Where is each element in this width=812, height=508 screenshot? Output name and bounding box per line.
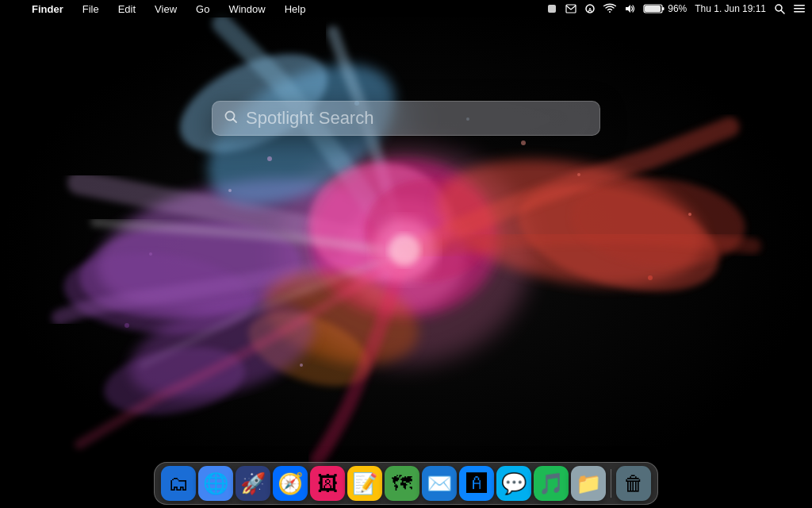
dock-separator	[611, 469, 611, 498]
svg-rect-43	[794, 11, 805, 13]
dock-icon-photos: 🖼	[317, 473, 338, 494]
svg-point-22	[521, 140, 526, 145]
menubar: Finder File Edit View Go Window Help A	[0, 0, 812, 17]
date-display: Thu 1. Jun	[695, 3, 740, 14]
battery-status[interactable]: 96%	[643, 3, 687, 14]
desktop	[0, 0, 812, 508]
spotlight-bar	[212, 101, 600, 136]
svg-marker-35	[626, 5, 630, 13]
menu-go[interactable]: Go	[193, 3, 213, 15]
svg-rect-42	[794, 8, 805, 10]
menu-file[interactable]: File	[79, 3, 102, 15]
svg-rect-41	[794, 5, 805, 6]
menu-bars-icon	[793, 3, 806, 14]
app-name[interactable]: Finder	[29, 3, 67, 15]
svg-point-28	[688, 213, 691, 216]
svg-rect-32	[566, 5, 576, 13]
svg-point-19	[389, 234, 420, 266]
svg-point-27	[648, 275, 653, 280]
menubar-extra-m[interactable]	[565, 3, 576, 14]
dock-item-photos[interactable]: 🖼	[310, 466, 345, 501]
menubar-right: A 96% Thu	[546, 3, 806, 14]
dock-item-mail[interactable]: ✉️	[422, 466, 457, 501]
svg-rect-37	[662, 7, 665, 10]
dock-item-google-chrome[interactable]: 🌐	[198, 466, 233, 501]
dock: 🗂🌐🚀🧭🖼📝🗺✉️🅰💬🎵📁🗑	[154, 462, 658, 505]
vpn-icon: A	[584, 3, 596, 14]
dock-icon-notes: 📝	[352, 473, 377, 494]
svg-rect-38	[645, 6, 661, 12]
dock-icon-app-store: 🅰	[466, 473, 487, 494]
battery-icon	[643, 3, 665, 14]
dock-item-maps[interactable]: 🗺	[385, 466, 419, 501]
dock-item-safari[interactable]: 🧭	[273, 466, 308, 501]
menubar-extra-a1[interactable]	[546, 3, 557, 14]
svg-line-45	[233, 119, 236, 122]
dock-icon-trash: 🗑	[623, 473, 644, 494]
wifi-icon[interactable]	[603, 3, 616, 14]
dock-item-files[interactable]: 📁	[571, 466, 606, 501]
menu-view[interactable]: View	[151, 3, 180, 15]
volume-signal-icon	[624, 3, 635, 14]
dock-icon-mail: ✉️	[427, 473, 452, 494]
svg-line-40	[781, 10, 784, 13]
magnifier-icon	[224, 110, 238, 124]
dock-item-trash[interactable]: 🗑	[616, 466, 651, 501]
svg-rect-31	[548, 5, 556, 13]
svg-point-30	[124, 323, 129, 328]
wallpaper	[0, 0, 812, 508]
dock-item-launchpad[interactable]: 🚀	[236, 466, 270, 501]
dock-item-notes[interactable]: 📝	[347, 466, 382, 501]
menu-edit[interactable]: Edit	[115, 3, 139, 15]
search-menu-icon	[774, 3, 785, 14]
spotlight-search-icon	[224, 110, 238, 127]
dock-item-skype[interactable]: 💬	[496, 466, 531, 501]
mail-icon	[565, 3, 576, 14]
svg-point-26	[300, 364, 303, 367]
dock-item-finder[interactable]: 🗂	[161, 466, 196, 501]
dock-icon-safari: 🧭	[278, 473, 303, 494]
dock-icon-spotify: 🎵	[538, 473, 564, 494]
dock-item-app-store[interactable]: 🅰	[459, 466, 494, 501]
svg-point-23	[577, 173, 580, 176]
wifi-signal-icon	[603, 3, 616, 14]
time-display: 19:11	[742, 3, 766, 14]
dock-item-spotify[interactable]: 🎵	[534, 466, 569, 501]
extra-icon-1	[546, 3, 557, 14]
dock-icon-finder: 🗂	[168, 473, 189, 494]
svg-point-29	[149, 252, 152, 256]
menu-help[interactable]: Help	[282, 3, 309, 15]
menubar-left: Finder File Edit View Go Window Help	[6, 3, 308, 15]
volume-icon[interactable]	[624, 3, 635, 14]
spotlight-input[interactable]	[246, 108, 588, 129]
svg-point-21	[228, 189, 232, 192]
dock-icon-maps: 🗺	[392, 473, 412, 494]
spotlight-menu-icon[interactable]	[774, 3, 785, 14]
svg-point-20	[267, 156, 272, 161]
spotlight-container	[212, 101, 600, 136]
dock-container: 🗂🌐🚀🧭🖼📝🗺✉️🅰💬🎵📁🗑	[154, 462, 658, 505]
dock-icon-files: 📁	[576, 473, 601, 494]
date-time: Thu 1. Jun 19:11	[695, 3, 766, 14]
menubar-extra-a2[interactable]: A	[584, 3, 596, 14]
control-center-icon[interactable]	[793, 3, 806, 14]
menu-window[interactable]: Window	[225, 3, 268, 15]
dock-icon-google-chrome: 🌐	[203, 473, 228, 494]
svg-text:A: A	[588, 7, 592, 13]
dock-icon-launchpad: 🚀	[240, 473, 266, 494]
battery-percent: 96%	[668, 3, 687, 14]
dock-icon-skype: 💬	[501, 473, 527, 494]
